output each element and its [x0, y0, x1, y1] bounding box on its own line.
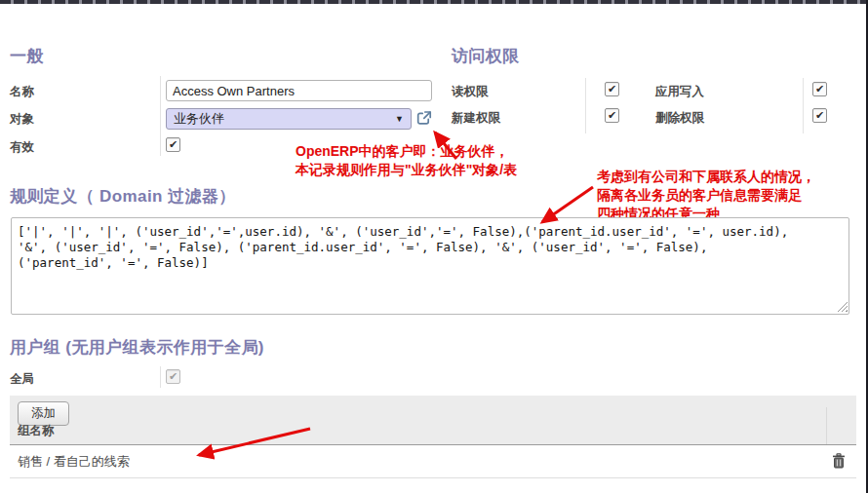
- global-label-divider: [160, 366, 161, 388]
- group-name-cell: 销售 / 看自己的线索: [18, 453, 130, 471]
- section-title-groups: 用户组 (无用户组表示作用于全局): [10, 336, 264, 359]
- section-title-rule-definition: 规则定义（ Domain 过滤器）: [10, 185, 236, 208]
- section-title-access-rights: 访问权限: [452, 45, 520, 67]
- check-icon: ✔: [815, 109, 824, 121]
- table-row[interactable]: 销售 / 看自己的线索: [10, 445, 856, 478]
- active-field-label: 有效: [10, 139, 34, 156]
- groups-table-header: 添加 组名称: [10, 396, 856, 445]
- write-right-checkbox[interactable]: ✔: [812, 82, 827, 96]
- record-rule-form: { "general": { "title": "一般", "name_labe…: [0, 0, 868, 493]
- delete-column-divider: [826, 407, 827, 444]
- group-name-column-header: 组名称: [18, 423, 55, 439]
- check-icon: ✔: [608, 83, 616, 95]
- write-right-label: 应用写入: [655, 84, 704, 100]
- read-right-label: 读权限: [452, 84, 489, 100]
- create-right-label: 新建权限: [452, 110, 500, 127]
- external-link-icon[interactable]: [415, 109, 433, 127]
- global-checkbox: ✔: [166, 369, 180, 384]
- groups-table: 添加 组名称 销售 / 看自己的线索: [10, 396, 856, 478]
- domain-filter-textarea[interactable]: ['|', '|', '|', ('user_id','=',user.id),…: [11, 217, 849, 315]
- global-field-label: 全局: [10, 371, 34, 388]
- trash-icon[interactable]: [832, 453, 846, 469]
- name-input[interactable]: [166, 80, 432, 101]
- object-select[interactable]: 业务伙伴 ▼: [166, 108, 412, 130]
- check-icon: ✔: [608, 109, 616, 121]
- chevron-down-icon: ▼: [395, 114, 404, 124]
- check-icon: ✔: [169, 138, 178, 150]
- access-divider-1: [585, 78, 586, 133]
- object-field-label: 对象: [10, 111, 34, 128]
- label-column-divider: [160, 76, 161, 156]
- check-icon: ✔: [815, 83, 824, 95]
- object-select-value: 业务伙伴: [174, 110, 224, 128]
- annotation-object-note: OpenERP中的客户即：业务伙伴， 本记录规则作用与"业务伙伴"对象/表: [296, 142, 517, 179]
- annotation-domain-note: 考虑到有公司和下属联系人的情况， 隔离各业务员的客户信息需要满足 四种情况的任意…: [597, 168, 815, 223]
- active-checkbox[interactable]: ✔: [166, 137, 180, 152]
- access-divider-2: [803, 78, 804, 133]
- name-field-label: 名称: [10, 84, 34, 100]
- check-icon: ✔: [169, 370, 178, 382]
- window-top-edge: [0, 0, 868, 4]
- delete-right-checkbox[interactable]: ✔: [812, 108, 827, 123]
- delete-right-label: 删除权限: [655, 110, 704, 127]
- read-right-checkbox[interactable]: ✔: [605, 82, 619, 96]
- create-right-checkbox[interactable]: ✔: [605, 108, 619, 123]
- section-title-general: 一般: [10, 45, 44, 67]
